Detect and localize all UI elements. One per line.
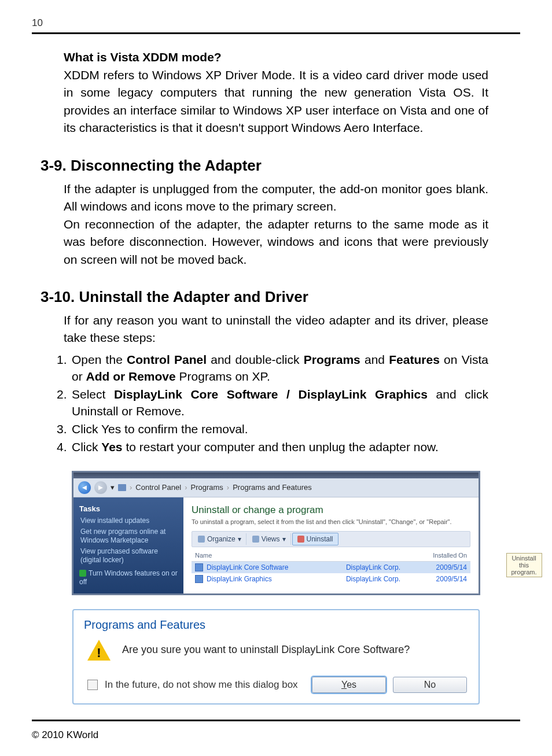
crumb-programs[interactable]: Programs [190, 483, 223, 492]
step-4-num: 4. [57, 439, 69, 456]
col-installed-on[interactable]: Installed On [424, 552, 467, 559]
programs-features-window-screenshot: ◄ ► ▾ › Control Panel › Programs › Progr… [72, 471, 480, 595]
page-number: 10 [32, 17, 520, 29]
vista-xddm-body: XDDM refers to Windows XP Driver Mode. I… [64, 67, 488, 137]
organize-icon [198, 536, 205, 543]
sidebar-link-digital-locker[interactable]: View purchased software (digital locker) [80, 547, 178, 565]
sidebar-link-windows-features[interactable]: Turn Windows features on or off [79, 569, 178, 586]
breadcrumb-dropdown-icon[interactable]: ▾ [111, 483, 115, 492]
bottom-rule [32, 720, 520, 721]
tasks-sidebar: Tasks View installed updates Get new pro… [73, 497, 183, 593]
confirm-uninstall-dialog: Programs and Features ! Are you sure you… [72, 609, 480, 705]
forward-button-icon[interactable]: ► [94, 481, 107, 494]
sec-3-10-intro: If for any reason you want to uninstall … [64, 312, 488, 347]
dont-show-checkbox[interactable] [87, 680, 98, 690]
step-3: 3. Click Yes to confirm the removal. [57, 421, 488, 438]
crumb-control-panel[interactable]: Control Panel [135, 483, 181, 492]
sec-3-9-heading: 3-9. Disconnecting the Adapter [41, 157, 488, 175]
step-1-num: 1. [57, 352, 69, 385]
sec-3-10-heading: 3-10. Uninstall the Adapter and Driver [41, 288, 488, 306]
step-4: 4. Click Yes to restart your computer an… [57, 439, 488, 456]
views-button[interactable]: Views ▾ [248, 533, 291, 545]
back-button-icon[interactable]: ◄ [78, 481, 91, 494]
vista-xddm-heading: What is Vista XDDM mode? [64, 50, 488, 64]
address-bar: ◄ ► ▾ › Control Panel › Programs › Progr… [73, 478, 479, 497]
tasks-heading: Tasks [79, 504, 178, 513]
table-header: Name Uninstall this program. Installed O… [192, 550, 470, 562]
step-1: 1. Open the Control Panel and double-cli… [57, 352, 488, 385]
sec-3-9-p1: If the adapter is unplugged from the com… [64, 180, 488, 216]
copyright: © 2010 KWorld [32, 729, 520, 741]
no-button[interactable]: No [393, 677, 467, 693]
uninstall-tooltip: Uninstall this program. [506, 553, 542, 577]
sidebar-link-marketplace[interactable]: Get new programs online at Windows Marke… [80, 528, 178, 545]
pane-subtitle: To uninstall a program, select it from t… [192, 518, 470, 525]
step-2-num: 2. [57, 386, 69, 420]
table-row[interactable]: DisplayLink Graphics DisplayLink Corp. 2… [192, 573, 470, 585]
sidebar-link-updates[interactable]: View installed updates [80, 517, 178, 525]
sec-3-9-p2: On reconnection of the adapter, the adap… [64, 216, 488, 268]
organize-button[interactable]: Organize ▾ [193, 533, 246, 545]
yes-button[interactable]: Yes [312, 677, 386, 693]
uninstall-steps: 1. Open the Control Panel and double-cli… [57, 352, 488, 456]
crumb-programs-features[interactable]: Programs and Features [233, 483, 312, 492]
dialog-message: Are you sure you want to uninstall Displ… [122, 644, 410, 656]
warning-icon: ! [87, 640, 111, 661]
step-2: 2. Select DisplayLink Core Software / Di… [57, 386, 488, 420]
app-icon [195, 563, 203, 571]
dont-show-label: In the future, do not show me this dialo… [105, 679, 298, 691]
window-titlebar [73, 473, 479, 478]
shield-icon [79, 570, 86, 577]
uninstall-button[interactable]: Uninstall [292, 533, 338, 545]
table-row[interactable]: DisplayLink Core Software DisplayLink Co… [192, 562, 470, 573]
col-name[interactable]: Name [195, 552, 311, 559]
toolbar: Organize ▾ Views ▾ Uninstall [192, 531, 470, 547]
app-icon [195, 575, 203, 583]
main-pane: Uninstall or change a program To uninsta… [183, 497, 479, 593]
uninstall-icon [297, 536, 304, 543]
dialog-title: Programs and Features [73, 610, 479, 635]
step-3-num: 3. [57, 421, 69, 438]
views-icon [252, 536, 259, 543]
pane-title: Uninstall or change a program [192, 504, 470, 516]
folder-icon [118, 484, 126, 491]
top-rule [32, 32, 520, 34]
